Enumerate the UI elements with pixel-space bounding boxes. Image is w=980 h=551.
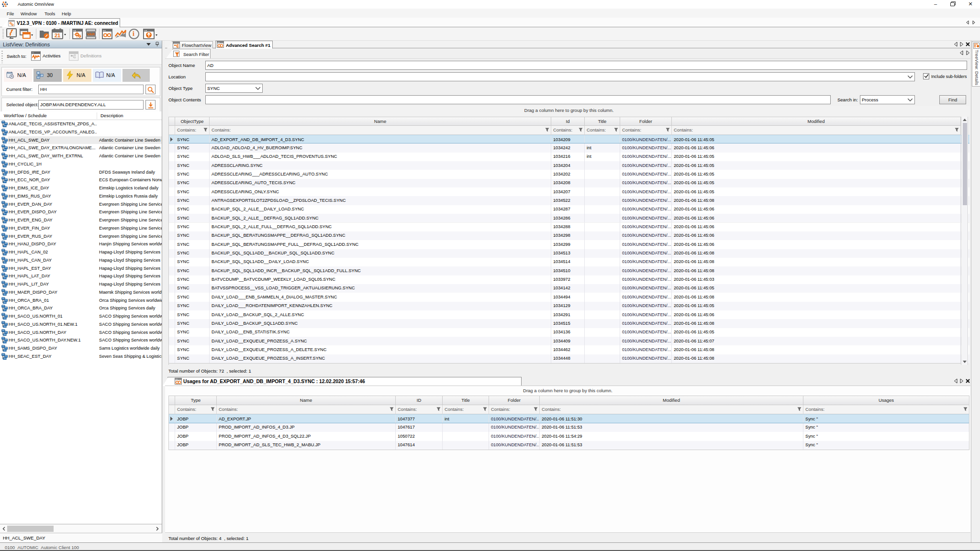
svg-text:VAR: VAR — [87, 32, 95, 36]
svg-text:21: 21 — [55, 33, 60, 38]
